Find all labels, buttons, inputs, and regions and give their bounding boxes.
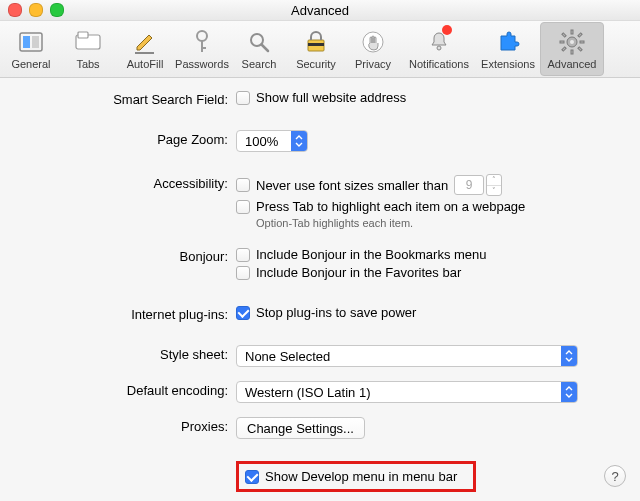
tab-passwords[interactable]: Passwords	[174, 23, 230, 75]
stylesheet-label: Style sheet:	[10, 345, 236, 362]
min-font-size-value[interactable]: 9	[454, 175, 484, 195]
svg-point-13	[437, 46, 441, 50]
page-zoom-value: 100%	[245, 134, 283, 149]
stylesheet-popup[interactable]: None Selected	[236, 345, 578, 367]
stop-plugins-checkbox[interactable]	[236, 306, 250, 320]
svg-rect-1	[23, 36, 30, 48]
tab-general[interactable]: General	[3, 23, 59, 75]
bonjour-label: Bonjour:	[10, 247, 236, 264]
tab-notifications[interactable]: Notifications	[402, 23, 476, 75]
show-develop-checkbox[interactable]	[245, 470, 259, 484]
svg-line-9	[262, 45, 269, 52]
show-develop-text: Show Develop menu in menu bar	[265, 469, 457, 484]
option-tab-hint: Option-Tab highlights each item.	[256, 217, 413, 229]
svg-rect-20	[578, 33, 582, 37]
stepper-up-icon: ˄	[487, 175, 501, 186]
svg-rect-15	[571, 30, 573, 34]
page-zoom-label: Page Zoom:	[10, 130, 236, 147]
puzzle-icon	[494, 28, 522, 56]
tab-search[interactable]: Search	[231, 23, 287, 75]
min-font-size-checkbox[interactable]	[236, 178, 250, 192]
plugins-label: Internet plug-ins:	[10, 305, 236, 322]
encoding-popup[interactable]: Western (ISO Latin 1)	[236, 381, 578, 403]
popup-arrows-icon	[561, 346, 577, 366]
titlebar: Advanced	[0, 0, 640, 21]
help-button[interactable]: ?	[604, 465, 626, 487]
gear-icon	[558, 28, 586, 56]
svg-rect-4	[78, 32, 88, 38]
minimize-window-button[interactable]	[29, 3, 43, 17]
svg-rect-16	[571, 50, 573, 54]
tabs-icon	[74, 28, 102, 56]
help-icon: ?	[611, 469, 618, 484]
tab-autofill[interactable]: AutoFill	[117, 23, 173, 75]
bonjour-favorites-checkbox[interactable]	[236, 266, 250, 280]
develop-menu-highlight: Show Develop menu in menu bar	[236, 461, 476, 492]
preferences-toolbar: General Tabs AutoFill Passwords	[0, 21, 640, 78]
svg-rect-19	[562, 33, 566, 37]
encoding-value: Western (ISO Latin 1)	[245, 385, 553, 400]
hand-icon	[359, 28, 387, 56]
notification-badge-icon	[442, 25, 452, 35]
close-window-button[interactable]	[8, 3, 22, 17]
tab-tabs[interactable]: Tabs	[60, 23, 116, 75]
press-tab-checkbox[interactable]	[236, 200, 250, 214]
min-font-size-stepper[interactable]: ˄˅	[486, 174, 502, 196]
svg-rect-17	[560, 41, 564, 43]
zoom-window-button[interactable]	[50, 3, 64, 17]
show-full-address-text: Show full website address	[256, 90, 406, 105]
bonjour-favorites-text: Include Bonjour in the Favorites bar	[256, 265, 461, 280]
tab-advanced[interactable]: Advanced	[540, 22, 604, 76]
stepper-down-icon: ˅	[487, 186, 501, 196]
tab-privacy[interactable]: Privacy	[345, 23, 401, 75]
proxies-label: Proxies:	[10, 417, 236, 434]
svg-point-23	[570, 40, 574, 44]
popup-arrows-icon	[291, 131, 307, 151]
bonjour-bookmarks-text: Include Bonjour in the Bookmarks menu	[256, 247, 487, 262]
stop-plugins-text: Stop plug-ins to save power	[256, 305, 416, 320]
switch-icon	[17, 28, 45, 56]
tab-extensions[interactable]: Extensions	[477, 23, 539, 75]
pencil-icon	[131, 28, 159, 56]
bonjour-bookmarks-checkbox[interactable]	[236, 248, 250, 262]
svg-rect-11	[308, 43, 324, 46]
encoding-label: Default encoding:	[10, 381, 236, 398]
svg-rect-22	[578, 47, 582, 51]
svg-rect-6	[201, 41, 203, 52]
popup-arrows-icon	[561, 382, 577, 402]
show-full-address-checkbox-row: Show full website address	[236, 90, 406, 105]
show-full-address-checkbox[interactable]	[236, 91, 250, 105]
key-icon	[188, 28, 216, 56]
accessibility-label: Accessibility:	[10, 174, 236, 191]
page-zoom-popup[interactable]: 100%	[236, 130, 308, 152]
content-area: Smart Search Field: Show full website ad…	[0, 78, 640, 492]
svg-rect-18	[580, 41, 584, 43]
svg-point-5	[197, 31, 207, 41]
traffic-lights	[8, 3, 64, 17]
svg-rect-2	[32, 36, 39, 48]
svg-rect-21	[562, 47, 566, 51]
min-font-size-text: Never use font sizes smaller than	[256, 178, 448, 193]
tab-security[interactable]: Security	[288, 23, 344, 75]
smart-search-label: Smart Search Field:	[10, 90, 236, 107]
search-icon	[245, 28, 273, 56]
press-tab-text: Press Tab to highlight each item on a we…	[256, 199, 525, 214]
window-title: Advanced	[291, 3, 349, 18]
svg-rect-7	[201, 47, 206, 49]
lock-icon	[302, 28, 330, 56]
change-settings-button[interactable]: Change Settings...	[236, 417, 365, 439]
stylesheet-value: None Selected	[245, 349, 553, 364]
